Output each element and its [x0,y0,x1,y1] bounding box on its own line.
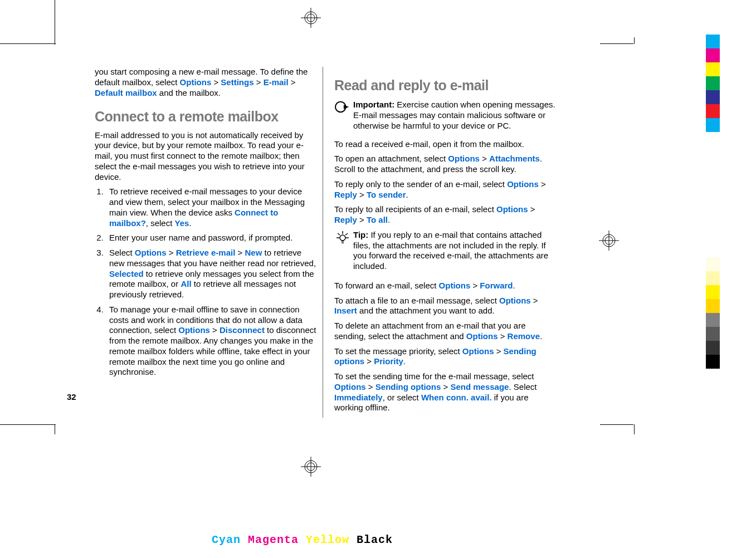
link-selected: Selected [109,269,144,278]
text: To forward an e-mail, select [334,281,439,290]
link-options: Options [180,77,212,87]
paragraph: To delete an attachment from an e-mail t… [334,321,557,342]
svg-line-15 [338,233,340,235]
paragraph: E-mail addressed to you is not automatic… [95,130,317,183]
list-item: To retrieve received e-mail messages to … [106,187,317,228]
link-options: Options [448,154,480,163]
svg-point-13 [340,235,345,241]
separator: > [357,215,367,224]
cyan-label: Cyan [212,533,241,546]
text: To set the sending time for the e-mail m… [334,371,534,381]
link-options: Options [462,346,494,356]
link-forward: Forward [480,281,513,290]
link-attachments: Attachments [489,154,540,163]
link-options: Options [334,382,366,391]
paragraph: To read a received e-mail, open it from … [334,139,557,150]
crop-mark [0,424,56,425]
crop-mark [634,37,635,44]
text: . [189,218,191,228]
text: . [403,356,406,366]
separator: > [235,248,245,257]
text: . Select [509,382,536,391]
left-column: you start composing a new e-mail message… [95,67,323,418]
paragraph: To set the message priority, select Opti… [334,346,557,368]
text: To set the message priority, select [334,346,462,356]
text: To reply only to the sender of an e-mail… [334,179,507,189]
link-settings: Settings [221,77,253,87]
separator: > [167,248,176,257]
link-all: All [181,279,191,288]
important-icon [334,100,351,117]
text: . [540,331,542,341]
crop-mark [634,424,635,434]
link-options: Options [439,281,471,290]
separator: > [289,77,296,87]
paragraph: To open an attachment, select Options > … [334,154,557,175]
link-yes: Yes [175,218,189,228]
separator: > [211,77,221,87]
separator: > [528,204,535,214]
print-color-bar [706,257,720,369]
separator: > [531,296,538,305]
separator: > [494,346,504,356]
link-options: Options [178,325,210,335]
link-options: Options [499,296,531,305]
registration-mark-icon [301,457,321,477]
separator: > [366,382,375,391]
text: , select [146,218,175,228]
black-label: Black [357,533,393,546]
text: and the attachment you want to add. [357,306,495,315]
tip-icon [334,230,349,247]
crop-mark [0,43,56,44]
svg-line-16 [345,233,348,235]
text: To attach a file to an e-mail message, s… [334,296,499,305]
link-send-message: Send message [450,382,509,391]
separator: > [441,382,450,391]
paragraph: To attach a file to an e-mail message, s… [334,296,557,317]
link-email: E-mail [264,77,289,87]
separator: > [364,356,374,366]
registration-mark-icon [599,231,619,251]
separator: > [498,331,508,341]
link-reply: Reply [334,215,357,224]
page-number: 32 [67,392,76,402]
important-label: Important: [353,100,394,109]
crop-mark [600,424,633,425]
magenta-label: Magenta [248,533,299,546]
text: To open an attachment, select [334,154,448,163]
heading-connect: Connect to a remote mailbox [95,108,317,125]
link-reply: Reply [334,190,357,199]
separator: > [254,77,264,87]
separator: > [357,190,367,199]
list-item: To manage your e-mail offline to save in… [106,305,317,378]
text: Enter your user name and password, if pr… [109,233,292,242]
crop-mark [600,43,633,44]
separator: > [539,179,546,189]
tip-note: Tip: If you reply to an e-mail that cont… [334,230,557,276]
link-immediately: Immediately [334,393,383,402]
steps-list: To retrieve received e-mail messages to … [106,187,317,378]
list-item: Enter your user name and password, if pr… [106,233,317,243]
important-note: Important: Exercise caution when opening… [334,100,557,135]
registration-mark-icon [301,8,321,28]
link-to-sender: To sender [367,190,406,199]
text: and the mailbox. [157,88,221,97]
list-item: Select Options > Retrieve e-mail > New t… [106,248,317,300]
link-to-all: To all [367,215,388,224]
crop-mark [55,0,55,45]
text: Select [109,248,135,257]
separator: > [480,154,489,163]
crop-mark [55,424,55,434]
link-options: Options [466,331,498,341]
link-disconnect: Disconnect [220,325,265,335]
link-sending-options: Sending options [375,382,441,391]
important-text: Important: Exercise caution when opening… [353,100,557,131]
text: To reply to all recipients of an e-mail,… [334,204,496,214]
paragraph: To forward an e-mail, select Options > F… [334,281,557,291]
print-color-bar [706,35,720,132]
text: . [513,281,515,290]
link-options: Options [496,204,528,214]
intro-paragraph: you start composing a new e-mail message… [95,67,317,98]
link-retrieve-email: Retrieve e-mail [176,248,236,257]
text: . [388,215,390,224]
